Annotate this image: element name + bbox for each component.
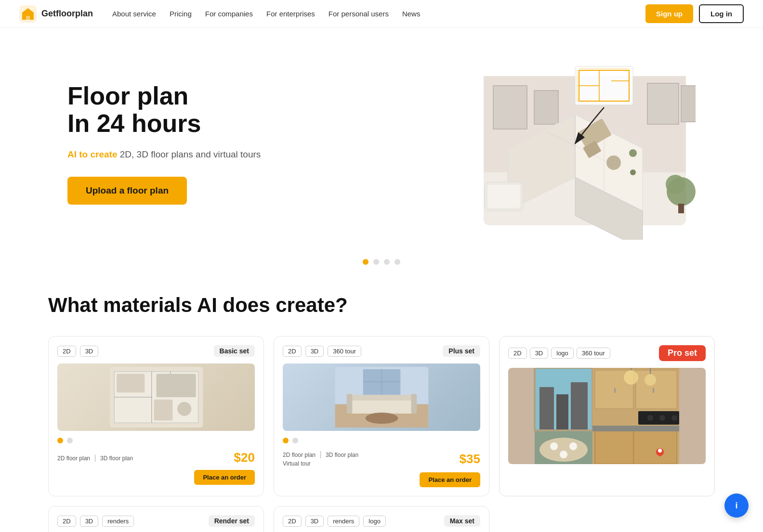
render-set-card: 2D 3D renders Render set	[48, 506, 264, 532]
svg-point-74	[550, 442, 558, 450]
nav-personal[interactable]: For personal users	[329, 10, 389, 18]
plus-desc-3: Virtual tour	[283, 460, 311, 467]
svg-rect-6	[647, 83, 679, 124]
render-set-label: Render set	[209, 515, 255, 527]
svg-rect-53	[539, 387, 554, 430]
svg-rect-37	[117, 374, 145, 393]
basic-set-label: Basic set	[214, 345, 255, 357]
plus-price: $35	[460, 452, 480, 467]
pro-tag-logo: logo	[551, 348, 574, 359]
carousel-dot-3[interactable]	[384, 259, 390, 265]
chat-icon: i	[735, 501, 737, 511]
svg-rect-31	[678, 204, 684, 213]
svg-rect-4	[493, 86, 527, 129]
pro-set-card: 2D 3D logo 360 tour Pro set	[499, 336, 715, 496]
pro-kitchen-svg	[508, 368, 706, 464]
svg-rect-28	[487, 185, 520, 208]
pro-tag-2d: 2D	[508, 348, 527, 359]
basic-order-button[interactable]: Place an order	[194, 470, 255, 485]
render-tag-renders: renders	[102, 516, 134, 527]
svg-rect-61	[653, 388, 654, 393]
plus-card-header: 2D 3D 360 tour Plus set	[283, 345, 480, 357]
hero-illustration	[445, 47, 696, 240]
pro-card-image	[508, 368, 706, 464]
svg-point-16	[606, 156, 621, 170]
plus-tag-2d: 2D	[283, 346, 302, 357]
plus-card-footer: 2D floor plan | 3D floor plan Virtual to…	[283, 450, 480, 467]
plus-desc-1: 2D floor plan	[283, 452, 316, 458]
max-set-label: Max set	[444, 515, 480, 527]
chat-button[interactable]: i	[724, 493, 749, 518]
basic-card-desc: 2D floor plan | 3D floor plan	[57, 454, 133, 462]
plus-tag-3d: 3D	[305, 346, 324, 357]
signup-button[interactable]: Sign up	[645, 4, 693, 23]
row2-empty	[499, 506, 715, 532]
basic-radio-row	[57, 438, 255, 443]
login-button[interactable]: Log in	[699, 4, 744, 23]
svg-rect-60	[614, 388, 616, 393]
svg-point-18	[630, 169, 636, 175]
nav-companies[interactable]: For companies	[205, 10, 253, 18]
svg-rect-40	[156, 374, 196, 397]
logo-text: Getfloorplan	[41, 9, 93, 19]
svg-rect-48	[346, 394, 352, 414]
nav-links: About service Pricing For companies For …	[112, 10, 645, 18]
nav-actions: Sign up Log in	[645, 4, 744, 23]
basic-price: $20	[234, 450, 255, 465]
cards-row-2: 2D 3D renders Render set	[48, 506, 715, 532]
svg-rect-7	[681, 86, 696, 122]
upload-floorplan-button[interactable]: Upload a floor plan	[67, 177, 187, 205]
max-card-header: 2D 3D renders logo Max set	[283, 515, 480, 527]
plus-vt-svg	[293, 367, 471, 428]
max-tag-2d: 2D	[283, 516, 302, 527]
nav-news[interactable]: News	[402, 10, 421, 18]
nav-enterprises[interactable]: For enterprises	[266, 10, 315, 18]
plus-card-desc: 2D floor plan | 3D floor plan Virtual to…	[283, 450, 358, 467]
logo-icon	[19, 5, 37, 23]
svg-point-39	[177, 402, 191, 416]
plus-radio-active	[283, 438, 289, 443]
basic-radio-inactive	[67, 438, 73, 443]
plus-radio-row	[283, 438, 480, 443]
pro-tag-3d: 3D	[530, 348, 549, 359]
svg-point-76	[560, 451, 567, 458]
svg-rect-64	[592, 426, 679, 431]
carousel-dot-2[interactable]	[373, 259, 379, 265]
svg-rect-54	[556, 394, 568, 430]
render-tag-2d: 2D	[57, 516, 76, 527]
nav-pricing[interactable]: Pricing	[170, 10, 192, 18]
hero-image-area	[270, 47, 696, 240]
pro-tag-360: 360 tour	[577, 348, 610, 359]
nav-about[interactable]: About service	[112, 10, 156, 18]
svg-rect-49	[411, 394, 417, 414]
navbar: Getfloorplan About service Pricing For c…	[0, 0, 763, 28]
plus-order-button[interactable]: Place an order	[420, 472, 480, 487]
svg-point-68	[671, 415, 677, 421]
svg-rect-63	[595, 430, 633, 464]
plus-desc-2: 3D floor plan	[326, 452, 358, 458]
pro-set-label: Pro set	[659, 345, 706, 361]
basic-radio-active	[57, 438, 63, 443]
hero-content: Floor plan In 24 hours AI to create 2D, …	[67, 82, 270, 205]
pro-card-header: 2D 3D logo 360 tour Pro set	[508, 345, 706, 361]
carousel-dot-4[interactable]	[395, 259, 400, 265]
max-tag-logo: logo	[363, 516, 386, 527]
basic-floor-plan-svg	[67, 367, 245, 428]
svg-point-70	[645, 374, 656, 386]
cards-row-1: 2D 3D Basic set	[48, 336, 715, 496]
hero-subtitle: AI to create 2D, 3D floor plans and virt…	[67, 148, 270, 162]
plus-tag-360: 360 tour	[328, 346, 361, 357]
hero-subtitle-rest: 2D, 3D floor plans and virtual tours	[117, 149, 261, 159]
svg-point-67	[659, 415, 665, 421]
carousel-dot-1[interactable]	[363, 259, 368, 265]
max-set-card: 2D 3D renders logo Max set	[274, 506, 489, 532]
render-card-header: 2D 3D renders Render set	[57, 515, 255, 527]
basic-tag-2d: 2D	[57, 346, 76, 357]
svg-rect-55	[571, 382, 588, 430]
logo-link[interactable]: Getfloorplan	[19, 5, 93, 23]
hero-highlight: AI to create	[67, 149, 117, 159]
max-tag-renders: renders	[328, 516, 359, 527]
svg-point-75	[569, 442, 577, 450]
svg-point-79	[658, 449, 662, 453]
basic-card-footer: 2D floor plan | 3D floor plan $20	[57, 450, 255, 465]
